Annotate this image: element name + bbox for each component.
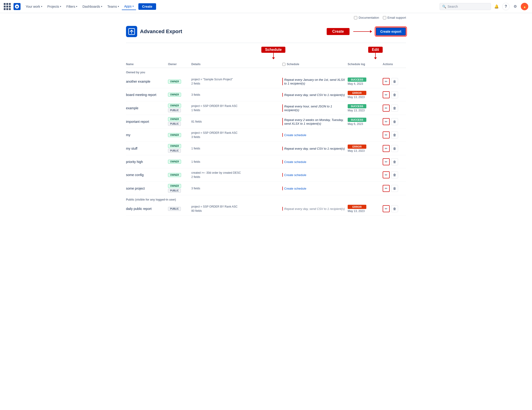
create-schedule-link[interactable]: Create schedule (284, 160, 306, 164)
edit-annotation: Edit (368, 47, 383, 58)
row-schedule-cell: Repeat every 2 weeks on Monday, Tuesday,… (282, 118, 348, 125)
status-badge-error: ERROR (348, 145, 366, 149)
notifications-icon[interactable]: 🔔 (493, 3, 500, 10)
apps-grid-icon[interactable] (4, 3, 11, 10)
avatar[interactable]: 🔥 (521, 3, 528, 10)
badge-owner: OWNER (168, 184, 181, 188)
row-details: created >= -30d order by created DESC2 f… (191, 171, 282, 179)
row-actions: ✏🗑 (383, 118, 406, 125)
log-date: May 13, 2023 (348, 149, 383, 152)
delete-button[interactable]: 🗑 (391, 171, 398, 178)
schedule-log: SUCCESSMay 4, 2023 (348, 78, 383, 86)
create-schedule-link[interactable]: Create schedule (284, 187, 306, 190)
row-name: daily public report (126, 207, 168, 211)
edit-button[interactable]: ✏ (383, 145, 390, 152)
help-icon[interactable]: ? (502, 3, 510, 10)
app-logo-icon (126, 26, 137, 37)
status-badge-error: ERROR (348, 91, 366, 95)
row-schedule-cell: Repeat every hour, send JSON to 1 recipi… (282, 104, 348, 112)
edit-button[interactable]: ✏ (383, 185, 390, 192)
table-row: daily public report PUBLIC project = SSP… (126, 202, 406, 215)
nav-dashboards[interactable]: Dashboards ▾ (80, 3, 104, 10)
delete-button[interactable]: 🗑 (391, 205, 398, 212)
row-actions: ✏🗑 (383, 145, 406, 152)
schedule-log: ERRORMay 13, 2023 (348, 205, 383, 213)
delete-button[interactable]: 🗑 (391, 145, 398, 152)
delete-button[interactable]: 🗑 (391, 105, 398, 112)
badge-owner: OWNER (168, 133, 181, 137)
row-badges: OWNER (168, 133, 191, 137)
search-placeholder: Search (447, 5, 458, 8)
row-details: 1 fields (191, 146, 282, 151)
row-badges: OWNERPUBLIC (168, 144, 191, 153)
header-annotation-area: Create Create export (327, 27, 406, 36)
group-owned-by-you: Owned by you another example OWNER proje… (126, 68, 406, 195)
row-schedule-log: SUCCESSMay 13, 2023 (348, 104, 383, 112)
edit-button[interactable]: ✏ (383, 105, 390, 112)
row-badges: OWNER (168, 93, 191, 97)
row-name: example (126, 106, 168, 110)
edit-button[interactable]: ✏ (383, 171, 390, 178)
schedule-log: ERRORMay 13, 2023 (348, 145, 383, 152)
row-name: priority high (126, 160, 168, 164)
row-schedule-log: ERRORMay 13, 2023 (348, 205, 383, 213)
col-schedule-log: Schedule log (348, 63, 383, 66)
row-schedule-cell: Repeat every day, send CSV to 1 recipien… (282, 207, 348, 211)
documentation-checkbox[interactable]: Documentation (354, 16, 379, 20)
delete-button[interactable]: 🗑 (391, 131, 398, 138)
delete-button[interactable]: 🗑 (391, 118, 398, 125)
col-name: Name (126, 63, 168, 66)
create-schedule-link[interactable]: Create schedule (284, 133, 306, 137)
row-schedule-cell: Repeat every day, send CSV to 1 recipien… (282, 147, 348, 150)
edit-button[interactable]: ✏ (383, 78, 390, 85)
edit-button[interactable]: ✏ (383, 158, 390, 165)
delete-button[interactable]: 🗑 (391, 185, 398, 192)
create-export-button[interactable]: Create export (376, 27, 406, 36)
app-header: Advanced Export Create Create export (126, 22, 406, 43)
table-section: Schedule Edit Name Owner Details Schedul… (126, 43, 406, 215)
delete-button[interactable]: 🗑 (391, 158, 398, 165)
row-actions: ✏🗑 (383, 171, 406, 178)
settings-icon[interactable]: ⚙ (512, 3, 519, 10)
row-badges: OWNERPUBLIC (168, 104, 191, 112)
chevron-down-icon: ▾ (118, 5, 119, 8)
row-details: project = SSP ORDER BY Rank ASC80 fields (191, 205, 282, 213)
row-name: important report (126, 120, 168, 124)
search-box[interactable]: 🔍 Search (440, 3, 491, 10)
badge-public: PUBLIC (168, 189, 181, 193)
edit-button[interactable]: ✏ (383, 91, 390, 98)
badge-owner: OWNER (168, 144, 181, 148)
nav-filters[interactable]: Filters ▾ (64, 3, 80, 10)
row-name: board meeting report (126, 93, 168, 97)
badge-public: PUBLIC (168, 207, 181, 211)
row-schedule-log: SUCCESSMay 4, 2023 (348, 78, 383, 86)
group-public: Public (visible for any logged-in user) … (126, 195, 406, 215)
edit-button[interactable]: ✏ (383, 118, 390, 125)
schedule-annotation: Schedule (261, 47, 285, 58)
table-row: some project OWNERPUBLIC 3 fields Create… (126, 182, 406, 195)
email-support-checkbox[interactable]: Email support (383, 16, 406, 20)
nav-your-work[interactable]: Your work ▾ (23, 3, 45, 10)
edit-button[interactable]: ✏ (383, 205, 390, 212)
nav-create-button[interactable]: Create (138, 3, 156, 10)
group-label-public: Public (visible for any logged-in user) (126, 195, 406, 202)
log-date: May 4, 2023 (348, 82, 383, 86)
edit-button[interactable]: ✏ (383, 131, 390, 138)
table-row: my stuff OWNERPUBLIC 1 fields Repeat eve… (126, 142, 406, 155)
chevron-down-icon: ▾ (41, 5, 42, 8)
delete-button[interactable]: 🗑 (391, 91, 398, 98)
row-name: some config (126, 173, 168, 177)
nav-apps[interactable]: Apps ▾ (122, 3, 136, 10)
row-schedule-log: ERRORMay 13, 2023 (348, 145, 383, 152)
delete-button[interactable]: 🗑 (391, 78, 398, 85)
nav-projects[interactable]: Projects ▾ (45, 3, 64, 10)
search-icon: 🔍 (442, 5, 446, 8)
schedule-text: Repeat every day, send CSV to 1 recipien… (284, 147, 345, 150)
row-schedule-cell: Repeat every day, send CSV to 1 recipien… (282, 93, 348, 97)
nav-teams[interactable]: Teams ▾ (105, 3, 121, 10)
row-actions: ✏🗑 (383, 78, 406, 85)
table-header: Name Owner Details Schedule Schedule log… (126, 61, 406, 68)
jira-logo[interactable] (14, 3, 20, 10)
schedule-select-all[interactable] (282, 63, 285, 66)
create-schedule-link[interactable]: Create schedule (284, 173, 306, 177)
